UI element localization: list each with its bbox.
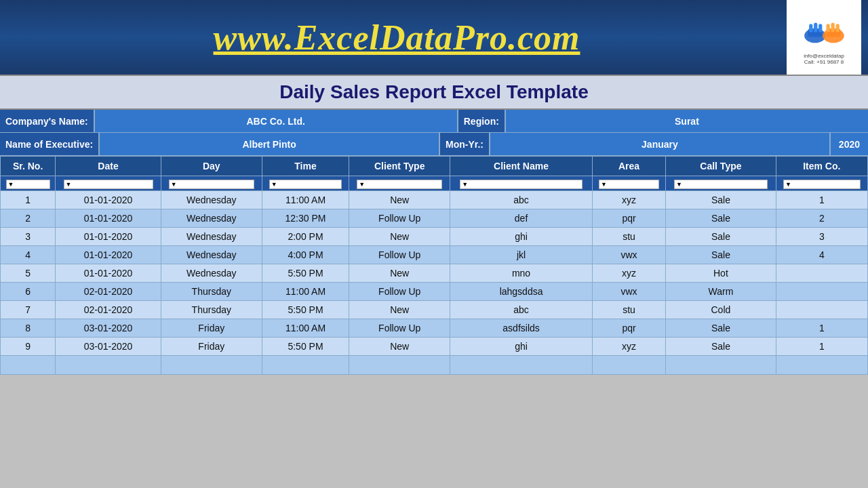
cell-date: 03-01-2020 <box>56 319 161 338</box>
cell-clienttype: Follow Up <box>349 209 450 228</box>
cell-itemcode: 4 <box>776 246 867 264</box>
cell-clienttype: New <box>349 338 450 356</box>
cell-calltype: Sale <box>666 209 776 228</box>
cell-area: xyz <box>592 191 665 209</box>
cell-day: Friday <box>161 319 262 338</box>
col-header-date: Date <box>56 157 161 176</box>
company-info-row2: Name of Executive: Albert Pinto Mon-Yr.:… <box>0 133 868 156</box>
table-row: 101-01-2020Wednesday11:00 AMNewabcxyzSal… <box>1 191 868 209</box>
year-value: 2020 <box>831 133 868 155</box>
filter-clienttype[interactable]: ▼ <box>349 176 450 191</box>
cell-calltype: Sale <box>666 246 776 264</box>
cell-clientname: abc <box>450 301 593 319</box>
filter-itemcode[interactable]: ▼ <box>776 176 867 191</box>
cell-time: 11:00 AM <box>262 283 349 301</box>
svg-rect-0 <box>800 12 848 48</box>
filter-date[interactable]: ▼ <box>56 176 161 191</box>
cell-clienttype: New <box>349 301 450 319</box>
col-header-time: Time <box>262 157 349 176</box>
cell-srno: 5 <box>1 264 56 283</box>
table-row-empty <box>1 356 868 375</box>
cell-day: Wednesday <box>161 191 262 209</box>
month-value: January <box>490 133 829 155</box>
cell-itemcode: 1 <box>776 319 867 338</box>
cell-time: 11:00 AM <box>262 319 349 338</box>
cell-day: Wednesday <box>161 209 262 228</box>
cell-calltype: Sale <box>666 338 776 356</box>
logo-contact: info@exceldatap Call: +91 9687 8 <box>804 53 844 65</box>
svg-rect-3 <box>809 24 812 32</box>
cell-date: 01-01-2020 <box>56 191 161 209</box>
cell-itemcode: 1 <box>776 191 867 209</box>
filter-day[interactable]: ▼ <box>161 176 262 191</box>
cell-itemcode: 2 <box>776 209 867 228</box>
filter-clientname[interactable]: ▼ <box>450 176 593 191</box>
cell-area: xyz <box>592 264 665 283</box>
cell-area: stu <box>592 228 665 246</box>
cell-date: 01-01-2020 <box>56 228 161 246</box>
cell-day: Wednesday <box>161 228 262 246</box>
cell-calltype: Warm <box>666 283 776 301</box>
col-header-clientname: Client Name <box>450 157 593 176</box>
company-value: ABC Co. Ltd. <box>95 110 457 132</box>
cell-area: vwx <box>592 283 665 301</box>
cell-srno: 4 <box>1 246 56 264</box>
cell-day: Wednesday <box>161 264 262 283</box>
cell-time: 5:50 PM <box>262 338 349 356</box>
cell-srno: 6 <box>1 283 56 301</box>
svg-rect-4 <box>814 23 817 33</box>
table-row: 201-01-2020Wednesday12:30 PMFollow Updef… <box>1 209 868 228</box>
svg-rect-8 <box>836 24 840 32</box>
cell-date: 03-01-2020 <box>56 338 161 356</box>
cell-time: 12:30 PM <box>262 209 349 228</box>
cell-time: 5:50 PM <box>262 301 349 319</box>
svg-rect-10 <box>827 24 830 32</box>
filter-time[interactable]: ▼ <box>262 176 349 191</box>
filter-area[interactable]: ▼ <box>592 176 665 191</box>
executive-label: Name of Executive: <box>0 139 98 150</box>
table-body: 101-01-2020Wednesday11:00 AMNewabcxyzSal… <box>1 191 868 375</box>
cell-srno: 7 <box>1 301 56 319</box>
filter-srno[interactable]: ▼ <box>1 176 56 191</box>
cell-date: 01-01-2020 <box>56 209 161 228</box>
cell-calltype: Sale <box>666 319 776 338</box>
cell-clientname: lahgsddsa <box>450 283 593 301</box>
region-label: Region: <box>458 116 505 127</box>
cell-day: Thursday <box>161 283 262 301</box>
sales-table: Sr. No. Date Day Time Client Type Client… <box>0 156 868 375</box>
cell-time: 5:50 PM <box>262 264 349 283</box>
cell-area: stu <box>592 301 665 319</box>
table-row: 702-01-2020Thursday5:50 PMNewabcstuCold <box>1 301 868 319</box>
col-header-area: Area <box>592 157 665 176</box>
table-row: 301-01-2020Wednesday2:00 PMNewghistuSale… <box>1 228 868 246</box>
cell-time: 2:00 PM <box>262 228 349 246</box>
cell-area: xyz <box>592 338 665 356</box>
col-header-calltype: Call Type <box>666 157 776 176</box>
cell-day: Friday <box>161 338 262 356</box>
cell-srno: 1 <box>1 191 56 209</box>
cell-srno: 9 <box>1 338 56 356</box>
cell-calltype: Hot <box>666 264 776 283</box>
cell-clienttype: New <box>349 264 450 283</box>
header-logo: info@exceldatap Call: +91 9687 8 <box>787 0 861 75</box>
svg-rect-9 <box>831 23 835 33</box>
cell-date: 01-01-2020 <box>56 264 161 283</box>
company-info-row1: Company's Name: ABC Co. Ltd. Region: Sur… <box>0 110 868 133</box>
table-row: 501-01-2020Wednesday5:50 PMNewmnoxyzHot <box>1 264 868 283</box>
col-header-day: Day <box>161 157 262 176</box>
filter-calltype[interactable]: ▼ <box>666 176 776 191</box>
cell-date: 01-01-2020 <box>56 246 161 264</box>
region-value: Surat <box>506 110 868 132</box>
company-label: Company's Name: <box>0 116 94 127</box>
cell-clientname: def <box>450 209 593 228</box>
column-headers-row: Sr. No. Date Day Time Client Type Client… <box>1 157 868 176</box>
cell-srno: 2 <box>1 209 56 228</box>
cell-srno: 8 <box>1 319 56 338</box>
cell-area: vwx <box>592 246 665 264</box>
col-header-srno: Sr. No. <box>1 157 56 176</box>
main-table-container: Sr. No. Date Day Time Client Type Client… <box>0 156 868 375</box>
cell-clienttype: Follow Up <box>349 283 450 301</box>
filter-row: ▼ ▼ ▼ ▼ ▼ ▼ ▼ <box>1 176 868 191</box>
cell-clienttype: Follow Up <box>349 319 450 338</box>
executive-value: Albert Pinto <box>100 133 439 155</box>
